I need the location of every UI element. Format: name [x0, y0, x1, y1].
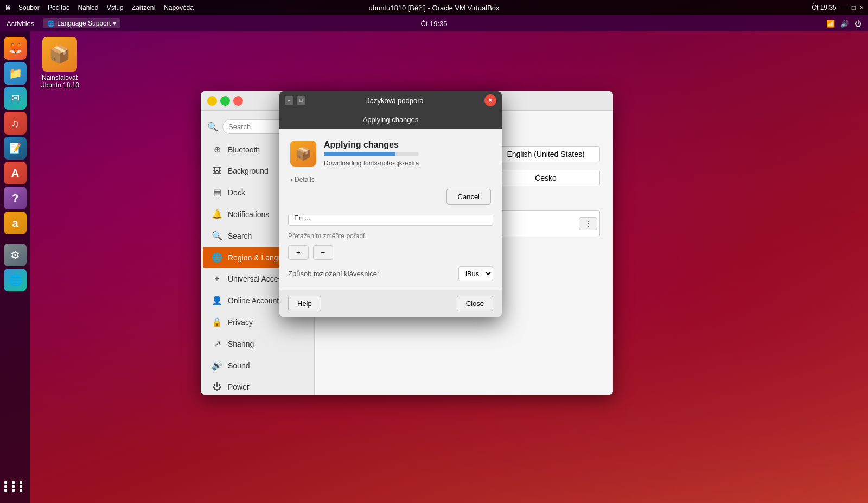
applying-details-label: Details — [295, 176, 315, 183]
settings-titlebar-buttons: − □ × — [207, 96, 243, 106]
sharing-icon: ↗ — [212, 339, 222, 349]
vb-minimize[interactable]: — — [841, 4, 847, 11]
power-icon-sidebar: ⏻ — [212, 382, 222, 392]
language-value-btn[interactable]: English (United States) — [492, 146, 600, 162]
lang-maximize-btn[interactable]: □ — [297, 96, 305, 105]
activities-bar: Activities 🌐 Language Support ▾ Čt 19:35… — [0, 15, 868, 31]
menu-pocitac[interactable]: Počítač — [48, 4, 69, 11]
formats-value-btn[interactable]: Česko — [492, 170, 600, 186]
virtualbox-titlebar: 🖥 Soubor Počítač Náhled Vstup Zařízení N… — [0, 0, 868, 15]
dock-separator — [7, 239, 23, 239]
vb-maximize[interactable]: □ — [852, 4, 856, 11]
settings-maximize[interactable]: □ — [220, 96, 230, 106]
desktop-item-install[interactable]: 📦 Nainstalovat Ubuntu 18.10 — [38, 37, 81, 89]
applying-titlebar: Applying changes — [279, 110, 502, 129]
lang-dialog-title: Jazyková podpora — [305, 97, 484, 105]
sound-icon: 🔊 — [212, 360, 222, 371]
dock-amazon[interactable]: a — [4, 212, 27, 234]
network-tray-icon: 📶 — [826, 20, 835, 28]
mail-icon: ✉ — [11, 92, 20, 104]
lang-support-pill[interactable]: 🌐 Language Support ▾ — [43, 18, 120, 28]
search-icon: 🔍 — [212, 231, 222, 241]
sidebar-item-sharing[interactable]: ↗ Sharing — [203, 333, 312, 354]
dock-music[interactable]: ♫ — [4, 112, 27, 135]
sidebar-item-background-label: Background — [228, 167, 269, 175]
online-accounts-icon: 👤 — [212, 295, 222, 305]
applying-footer: Cancel — [290, 183, 491, 205]
sidebar-item-sound[interactable]: 🔊 Sound — [203, 355, 312, 376]
dock-files[interactable]: 📁 — [4, 62, 27, 85]
menu-nahled[interactable]: Náhled — [78, 4, 98, 11]
dock-writer[interactable]: 📝 — [4, 137, 27, 160]
writer-icon: 📝 — [9, 142, 21, 154]
sidebar-item-search-label: Search — [228, 232, 252, 240]
applying-progress-bar — [324, 152, 419, 156]
sidebar-item-online-accounts-label: Online Accounts — [228, 296, 283, 305]
dock-firefox[interactable]: 🦊 — [4, 37, 27, 60]
dock-help[interactable]: ? — [4, 187, 27, 209]
settings-minimize[interactable]: − — [207, 96, 217, 106]
sidebar-item-sharing-label: Sharing — [228, 340, 254, 348]
sidebar-item-power-label: Power — [228, 383, 250, 391]
applying-changes-overlay: Applying changes 📦 Applying changes Down… — [279, 110, 502, 317]
privacy-icon: 🔒 — [212, 317, 222, 327]
help-icon: ? — [12, 192, 18, 205]
lang-dialog-titlebar: − □ Jazyková podpora × — [279, 91, 502, 110]
applying-icon: 📦 — [290, 141, 316, 167]
dock-appstore[interactable]: A — [4, 162, 27, 184]
lang-dialog-controls: − □ — [285, 96, 305, 105]
applying-cancel-btn[interactable]: Cancel — [446, 189, 491, 205]
install-icon: 📦 — [42, 37, 77, 72]
background-icon: 🖼 — [212, 166, 222, 176]
dock-settings[interactable]: ⚙ — [4, 244, 27, 266]
universal-icon: + — [212, 274, 222, 284]
menu-soubor[interactable]: Soubor — [18, 4, 40, 11]
vb-clock: Čt 19:35 — [812, 4, 836, 11]
activities-clock: Čt 19:35 — [420, 20, 447, 28]
bluetooth-icon: ⊕ — [212, 144, 222, 155]
sidebar-item-privacy-label: Privacy — [228, 318, 253, 327]
vb-logo: 🖥 — [4, 3, 12, 12]
applying-text: Applying changes Downloading fonts-noto-… — [324, 140, 419, 167]
sidebar-item-notifications-label: Notifications — [228, 210, 269, 219]
vb-left: 🖥 Soubor Počítač Náhled Vstup Zařízení N… — [4, 3, 194, 12]
search-magnifier-icon: 🔍 — [207, 122, 218, 132]
sidebar-item-sound-label: Sound — [228, 361, 250, 370]
volume-tray-icon: 🔊 — [840, 20, 849, 28]
power-tray-icon: ⏻ — [854, 20, 861, 28]
input-sources-edit-btn[interactable]: ⋮ — [579, 217, 597, 230]
browser-icon: 🌐 — [9, 273, 22, 286]
notifications-icon: 🔔 — [212, 209, 222, 219]
activities-right: 📶 🔊 ⏻ — [826, 20, 861, 28]
applying-icon-emoji: 📦 — [295, 146, 311, 161]
vb-close[interactable]: × — [860, 4, 864, 11]
menu-vstup[interactable]: Vstup — [107, 4, 124, 11]
settings-close[interactable]: × — [233, 96, 243, 106]
show-all-apps[interactable] — [4, 475, 27, 498]
appstore-icon: A — [11, 167, 19, 180]
menu-zarizeni[interactable]: Zařízení — [132, 4, 156, 11]
settings-icon: ⚙ — [10, 249, 20, 262]
chevron-right-icon: › — [290, 176, 292, 183]
applying-overlay-title: Applying changes — [363, 116, 419, 124]
lang-support-icon: 🌐 — [47, 20, 55, 27]
lang-close-x-btn[interactable]: × — [484, 94, 496, 106]
applying-body: 📦 Applying changes Downloading fonts-not… — [279, 129, 502, 215]
activities-button[interactable]: Activities — [7, 20, 34, 28]
applying-header: 📦 Applying changes Downloading fonts-not… — [290, 140, 491, 167]
applying-title: Applying changes — [324, 140, 419, 150]
install-label: Nainstalovat Ubuntu 18.10 — [38, 74, 81, 89]
dock-browser[interactable]: 🌐 — [4, 269, 27, 291]
vb-title: ubuntu1810 [Běží] - Oracle VM VirtualBox — [368, 4, 499, 12]
applying-details-toggle[interactable]: › Details — [290, 176, 491, 183]
dock-icon-sidebar: ▤ — [212, 187, 222, 198]
music-icon: ♫ — [11, 117, 20, 130]
firefox-icon: 🦊 — [9, 42, 22, 55]
application-dock: 🦊 📁 ✉ ♫ 📝 A ? a ⚙ 🌐 — [0, 31, 30, 503]
files-icon: 📁 — [9, 67, 22, 80]
vb-menu-bar: Soubor Počítač Náhled Vstup Zařízení Náp… — [18, 4, 194, 11]
lang-minimize-btn[interactable]: − — [285, 96, 293, 105]
sidebar-item-power[interactable]: ⏻ Power — [203, 377, 312, 395]
dock-mail[interactable]: ✉ — [4, 87, 27, 110]
menu-napoveda[interactable]: Nápověda — [164, 4, 194, 11]
